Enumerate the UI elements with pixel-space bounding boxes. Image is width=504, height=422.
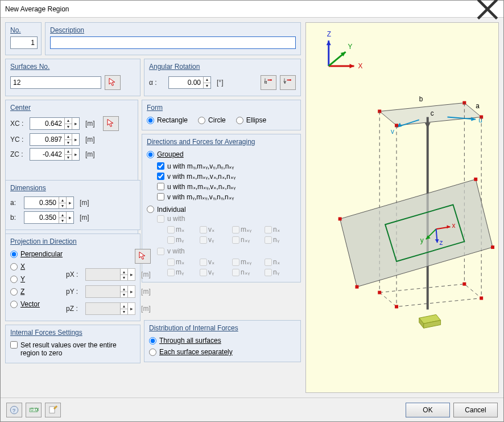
- grp-opt4-check[interactable]: v with mᵧ,mₓᵧ,vᵧ,nᵧ,nₓᵧ: [157, 193, 296, 201]
- dist-through-radio[interactable]: Through all surfaces: [149, 337, 296, 345]
- svg-marker-24: [379, 284, 481, 307]
- projection-panel: Projection in Direction Perpendicular X …: [5, 233, 141, 321]
- u-nxy-check[interactable]: nₓᵧ: [232, 236, 263, 244]
- no-label: No.: [10, 26, 36, 36]
- angular-align-u-button[interactable]: u: [261, 75, 276, 90]
- yc-spinner[interactable]: ▲▼▸: [30, 133, 80, 146]
- svg-rect-39: [462, 282, 466, 286]
- dialog-window: New Average Region No. Description Sur: [0, 0, 504, 422]
- help-icon: ?: [9, 405, 19, 415]
- individual-radio[interactable]: Individual: [147, 206, 186, 214]
- cursor-pick-icon: [106, 118, 116, 129]
- cursor-pick-icon: [108, 77, 118, 88]
- note-pencil-icon: [48, 405, 58, 415]
- u-vx-check[interactable]: vₓ: [200, 226, 231, 233]
- b-spinner[interactable]: ▲▼▸: [24, 211, 74, 224]
- dist-each-radio[interactable]: Each surface separately: [149, 348, 296, 356]
- internal-forces-label: Internal Forces Settings: [10, 329, 135, 339]
- xc-spinner[interactable]: ▲▼▸: [30, 117, 80, 130]
- alpha-spinner[interactable]: ▲▼: [168, 76, 211, 89]
- no-input[interactable]: [10, 36, 38, 49]
- grp-opt2-check[interactable]: v with mₓ,mₓᵧ,vₓ,nₓ,nₓᵧ: [157, 173, 296, 181]
- u-vy-check[interactable]: vᵧ: [200, 236, 231, 244]
- v-nx-check[interactable]: nₓ: [265, 258, 296, 266]
- proj-vector-radio[interactable]: Vector: [10, 300, 63, 308]
- v-nxy-check[interactable]: nₓᵧ: [232, 268, 263, 276]
- pick-center-button[interactable]: [103, 116, 119, 131]
- a-label: a:: [10, 199, 20, 207]
- proj-z-radio[interactable]: Z: [10, 288, 63, 296]
- ruler-icon: 0.00: [28, 405, 39, 415]
- zc-spinner[interactable]: ▲▼▸: [30, 148, 80, 161]
- xc-label: XC :: [10, 120, 26, 128]
- svg-rect-34: [338, 217, 342, 220]
- svg-rect-36: [491, 245, 494, 249]
- svg-text:a: a: [476, 102, 480, 110]
- u-mxy-check[interactable]: mₓᵧ: [232, 226, 263, 233]
- footer-bar: ? 0.00 OK Cancel: [1, 398, 503, 421]
- svg-text:Y: Y: [348, 43, 353, 51]
- svg-text:?: ?: [13, 407, 15, 413]
- projection-label: Projection in Direction: [10, 237, 135, 248]
- svg-text:x: x: [452, 222, 455, 230]
- close-button[interactable]: [476, 1, 499, 17]
- grp-opt3-check[interactable]: u with mₓ,mₓᵧ,vₓ,nₓ,nₓᵧ: [157, 183, 296, 191]
- proj-y-radio[interactable]: Y: [10, 275, 63, 283]
- description-input[interactable]: [50, 36, 296, 49]
- align-ux-icon: u: [263, 77, 274, 88]
- dimensions-panel: Dimensions a: ▲▼▸ [m] b: ▲▼▸ [m]: [5, 180, 141, 230]
- yc-label: YC :: [10, 136, 26, 144]
- grouped-radio[interactable]: Grouped: [147, 150, 184, 158]
- pz-spinner: ▲▼▸: [85, 302, 135, 315]
- u-mx-check[interactable]: mₓ: [167, 226, 199, 233]
- v-vy-check[interactable]: vᵧ: [200, 268, 231, 276]
- window-title: New Average Region: [5, 5, 476, 13]
- set-zero-check[interactable]: Set result values over the entire region…: [10, 341, 129, 357]
- u-nx-check[interactable]: nₓ: [265, 226, 296, 233]
- title-bar: New Average Region: [1, 1, 503, 18]
- cancel-button[interactable]: Cancel: [453, 403, 498, 417]
- center-label: Center: [10, 104, 133, 114]
- svg-rect-41: [395, 305, 398, 308]
- distribution-label: Distribution of Internal Forces: [149, 324, 296, 334]
- svg-rect-37: [355, 285, 358, 289]
- pick-projection-button[interactable]: [135, 249, 151, 264]
- v-ny-check[interactable]: nᵧ: [265, 268, 296, 276]
- angular-align-v-button[interactable]: v: [280, 75, 296, 90]
- zc-label: ZC :: [10, 150, 26, 158]
- proj-x-radio[interactable]: X: [10, 263, 63, 271]
- help-button[interactable]: ?: [6, 403, 22, 417]
- form-ellipse-radio[interactable]: Ellipse: [236, 116, 266, 124]
- svg-rect-49: [49, 407, 55, 413]
- svg-text:0.00: 0.00: [31, 407, 39, 412]
- internal-forces-panel: Internal Forces Settings Set result valu…: [5, 325, 141, 363]
- a-spinner[interactable]: ▲▼▸: [24, 196, 74, 209]
- directions-label: Directions and Forces for Averaging: [147, 138, 296, 148]
- align-vx-icon: v: [283, 77, 293, 88]
- proj-perp-radio[interactable]: Perpendicular: [10, 250, 63, 258]
- surfaces-input[interactable]: [10, 76, 101, 89]
- pick-surfaces-button[interactable]: [105, 75, 121, 90]
- v-vx-check[interactable]: vₓ: [200, 258, 231, 266]
- units-button[interactable]: 0.00: [26, 403, 42, 417]
- px-spinner: ▲▼▸: [85, 268, 135, 281]
- cursor-pick-icon: [138, 251, 148, 261]
- v-my-check[interactable]: mᵧ: [167, 268, 199, 276]
- svg-marker-26: [340, 179, 493, 287]
- v-mxy-check[interactable]: mₓᵧ: [232, 258, 263, 266]
- form-circle-radio[interactable]: Circle: [198, 116, 226, 124]
- vwith-check[interactable]: v with: [157, 247, 185, 255]
- surfaces-label: Surfaces No.: [10, 63, 135, 73]
- ok-button[interactable]: OK: [406, 403, 450, 417]
- grp-opt1-check[interactable]: u with mᵧ,mₓᵧ,vᵧ,nᵧ,nₓᵧ: [157, 162, 296, 170]
- u-my-check[interactable]: mᵧ: [167, 236, 199, 244]
- notes-button[interactable]: [45, 403, 61, 417]
- v-mx-check[interactable]: mₓ: [167, 258, 199, 266]
- svg-text:b: b: [419, 95, 423, 103]
- dimensions-label: Dimensions: [10, 184, 135, 194]
- uwith-check[interactable]: u with: [157, 215, 185, 223]
- b-label: b:: [10, 214, 20, 222]
- svg-rect-35: [474, 178, 477, 181]
- form-rectangle-radio[interactable]: Rectangle: [147, 116, 188, 124]
- u-ny-check[interactable]: nᵧ: [265, 236, 296, 244]
